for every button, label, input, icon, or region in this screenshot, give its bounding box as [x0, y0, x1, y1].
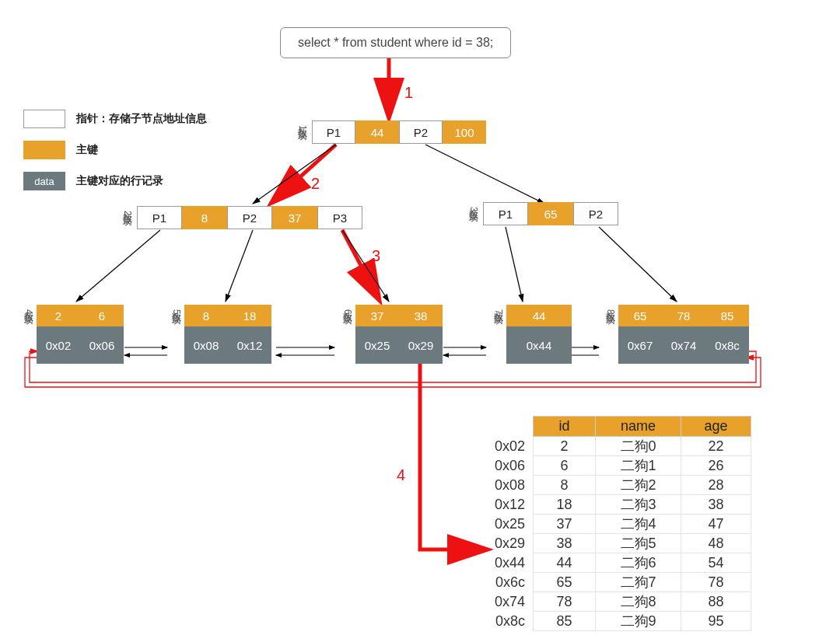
pointer-cell: P1: [137, 206, 182, 229]
svg-line-6: [226, 230, 253, 302]
cell-age: 88: [681, 592, 751, 612]
table-row: 0x7478二狗888: [492, 592, 751, 612]
cell-id: 85: [534, 612, 596, 631]
svg-line-1: [272, 145, 336, 202]
cell-id: 37: [534, 515, 596, 534]
leaf-key-cell: 78: [662, 305, 705, 326]
col-id: id: [534, 417, 596, 437]
legend-row-pointer: 指针：存储子节点地址信息: [23, 107, 207, 131]
cell-addr: 0x29: [492, 534, 534, 553]
svg-line-3: [253, 145, 336, 204]
svg-line-4: [425, 145, 544, 204]
legend-label-pointer: 指针：存储子节点地址信息: [76, 112, 207, 126]
cell-name: 二狗7: [596, 573, 681, 592]
cell-id: 78: [534, 592, 596, 612]
cell-id: 44: [534, 553, 596, 573]
table-row: 0x1218二狗338: [492, 495, 751, 515]
legend-swatch-pointer: [23, 110, 65, 128]
sql-query-text: select * from student where id = 38;: [298, 36, 493, 49]
leaf-block-label: 数据块5: [170, 305, 183, 316]
leaf-cells: 6578850x670x740x8c: [618, 305, 749, 364]
leaf-key-cell: 2: [37, 305, 80, 326]
leaf-data-cell: 0x74: [662, 326, 705, 364]
cell-id: 18: [534, 495, 596, 515]
legend-swatch-key: [23, 141, 65, 159]
leaf-key-cell: 18: [228, 305, 271, 326]
table-row: 0x2938二狗548: [492, 534, 751, 553]
table-row: 0x066二狗126: [492, 456, 751, 476]
table-row: 0x8c85二狗995: [492, 612, 751, 631]
cell-name: 二狗3: [596, 495, 681, 515]
leaf-key-cell: 37: [355, 305, 399, 326]
key-cell: 44: [355, 120, 399, 144]
leaf-node: 数据块637380x250x29: [341, 305, 443, 364]
cell-age: 38: [681, 495, 751, 515]
cell-addr: 0x74: [492, 592, 534, 612]
key-cell: 65: [528, 202, 573, 225]
leaf-node: 数据块7440x44: [492, 305, 572, 364]
cell-addr: 0x8c: [492, 612, 534, 631]
cell-age: 54: [681, 553, 751, 573]
cell-addr: 0x44: [492, 553, 534, 573]
step-1-label: 1: [404, 84, 413, 102]
pointer-cell: P2: [227, 206, 272, 229]
table-row: 0x4444二狗654: [492, 553, 751, 573]
cell-id: 8: [534, 476, 596, 495]
cell-name: 二狗5: [596, 534, 681, 553]
mid-right-cells: P165P2: [483, 202, 618, 225]
cell-age: 95: [681, 612, 751, 631]
sql-query-box: select * from student where id = 38;: [280, 27, 511, 58]
table-row: 0x6c65二狗778: [492, 573, 751, 592]
legend-label-key: 主键: [76, 143, 98, 157]
leaf-node: 数据块58180x080x12: [170, 305, 271, 364]
svg-line-9: [599, 227, 677, 302]
leaf-data-cell: 0x29: [399, 326, 443, 364]
step-2-label: 2: [311, 175, 320, 193]
leaf-key-cell: 8: [184, 305, 228, 326]
table-row: 0x2537二狗447: [492, 515, 751, 534]
leaf-data-cell: 0x44: [506, 326, 572, 364]
legend-swatch-data: data: [23, 172, 65, 190]
legend-row-key: 主键: [23, 138, 207, 162]
mid-left-node: 数据块2 P18P237P3: [121, 206, 362, 229]
legend: 指针：存储子节点地址信息 主键 data 主键对应的行记录: [23, 107, 207, 193]
pointer-cell: P1: [312, 120, 355, 144]
leaf-data-cell: 0x02: [37, 326, 80, 364]
cell-age: 78: [681, 573, 751, 592]
leaf-node: 数据块4260x020x06: [22, 305, 124, 364]
svg-line-7: [342, 230, 389, 302]
cell-name: 二狗6: [596, 553, 681, 573]
cell-addr: 0x08: [492, 476, 534, 495]
step-3-label: 3: [372, 247, 380, 265]
root-block-label: 数据块1: [296, 120, 309, 132]
cell-name: 二狗2: [596, 476, 681, 495]
col-name: name: [596, 417, 681, 437]
cell-id: 2: [534, 437, 596, 456]
mid-right-block-label: 数据块3: [467, 202, 480, 214]
leaf-cells: 37380x250x29: [355, 305, 443, 364]
row-data-table: id name age 0x022二狗0220x066二狗1260x088二狗2…: [492, 416, 751, 631]
leaf-block-label: 数据块7: [492, 305, 505, 316]
step-4-label: 4: [397, 466, 405, 484]
table-body: 0x022二狗0220x066二狗1260x088二狗2280x1218二狗33…: [492, 437, 751, 631]
leaf-data-cell: 0x25: [355, 326, 399, 364]
cell-name: 二狗9: [596, 612, 681, 631]
leaf-block-label: 数据块8: [604, 305, 617, 316]
cell-id: 6: [534, 456, 596, 476]
pointer-cell: P1: [483, 202, 528, 225]
leaf-block-label: 数据块4: [22, 305, 35, 316]
root-node: 数据块1 P144P2100: [296, 120, 486, 144]
table-row: 0x022二狗022: [492, 437, 751, 456]
cell-addr: 0x25: [492, 515, 534, 534]
col-age: age: [681, 417, 751, 437]
leaf-key-cell: 6: [80, 305, 124, 326]
leaf-block-label: 数据块6: [341, 305, 354, 316]
leaf-cells: 440x44: [506, 305, 572, 364]
leaf-node: 数据块86578850x670x740x8c: [604, 305, 749, 364]
cell-name: 二狗8: [596, 592, 681, 612]
key-cell: 37: [272, 206, 317, 229]
pointer-cell: P2: [573, 202, 618, 225]
cell-id: 65: [534, 573, 596, 592]
mid-left-block-label: 数据块2: [121, 206, 134, 218]
leaf-cells: 8180x080x12: [184, 305, 271, 364]
